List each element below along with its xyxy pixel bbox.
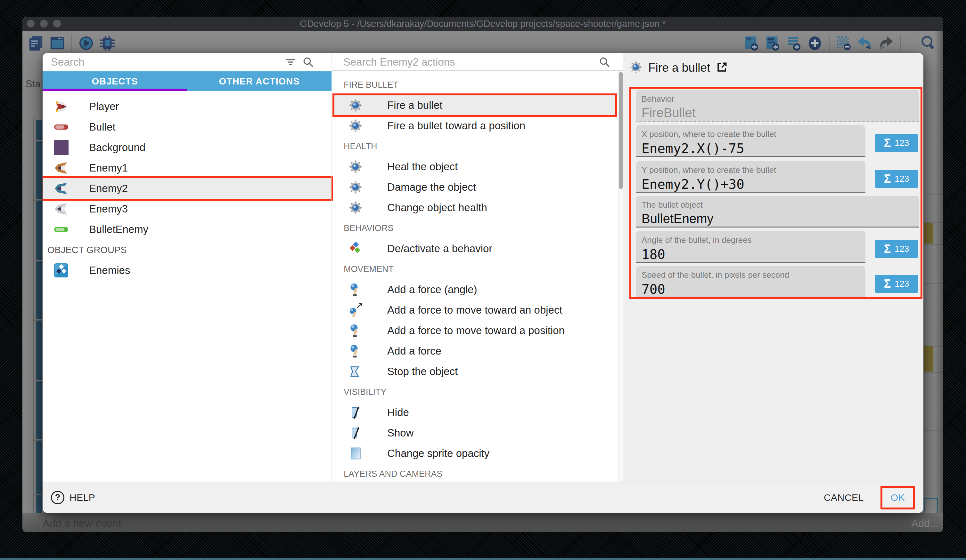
cancel-button[interactable]: CANCEL [824,492,864,503]
bullet-icon [54,120,69,135]
ok-button[interactable]: OK [891,492,905,503]
expression-editor-button[interactable]: Σ 123 [875,170,918,188]
action-item-fire-toward-position[interactable]: Fire a bullet toward a position [334,116,615,136]
object-item-enemy3[interactable]: Enemy3 [43,199,331,219]
sigma-icon: Σ [884,277,891,291]
action-item-force-toward-object[interactable]: Add a force to move toward an object [334,300,615,320]
bullet-object-value[interactable]: BulletEnemy [642,211,916,226]
action-item-stop-object[interactable]: Stop the object [334,361,615,382]
action-title: Fire a bullet [648,61,710,75]
expression-editor-button[interactable]: Σ 123 [875,275,918,293]
action-item-add-force-angle[interactable]: Add a force (angle) [334,279,615,300]
object-item-bulletenemy[interactable]: BulletEnemy [43,219,331,240]
action-item-force-toward-position[interactable]: Add a force to move toward a position [334,320,615,341]
expression-editor-button[interactable]: Σ 123 [875,134,918,152]
hide-icon [348,405,363,420]
event-row [36,382,42,439]
event-row [36,321,42,380]
window-edge-shade [935,31,943,532]
undo-icon [857,35,873,51]
tab-other-actions[interactable]: OTHER ACTIONS [187,71,332,91]
action-item-add-force[interactable]: Add a force [334,341,615,361]
search-events-button[interactable] [919,34,937,52]
action-item-heal[interactable]: Heal the object [334,157,615,177]
event-row [36,141,42,199]
debug-button[interactable] [99,34,116,52]
speed-value[interactable]: 700 [642,282,862,297]
scene-editor-button[interactable] [48,34,66,52]
action-search-input[interactable] [332,53,623,71]
object-item-bullet[interactable]: Bullet [43,117,331,137]
object-item-background[interactable]: Background [43,137,331,158]
enemy2-ship-icon [54,181,69,196]
add-subevent-button[interactable] [785,34,803,52]
enemy3-ship-icon [54,201,69,217]
action-item-fire-a-bullet-selected[interactable]: Fire a bullet [334,95,615,116]
action-parameters-panel: Fire a bullet Behavior FireBullet X posi… [623,53,923,481]
tab-objects[interactable]: OBJECTS [43,71,187,91]
section-health: HEALTH [334,136,615,157]
background-square-icon [54,140,69,155]
section-layers-cameras: LAYERS AND CAMERAS [334,464,615,481]
delete-selection-button[interactable] [835,34,853,52]
field-y-position: Y position, where to create the bullet E… [636,161,919,193]
gear-icon [348,200,363,215]
add-subevent-icon [786,35,802,51]
scrollbar-track[interactable] [618,71,623,481]
action-header: Fire a bullet [629,61,728,75]
add-comment-icon [764,35,780,51]
project-manager-button[interactable] [27,34,45,52]
action-item-change-health[interactable]: Change object health [334,197,615,218]
open-in-new-icon[interactable] [716,61,728,75]
gear-icon [348,98,363,113]
play-preview-button[interactable] [77,34,95,52]
action-item-hide[interactable]: Hide [334,402,615,423]
filter-icon[interactable] [285,56,296,68]
add-new-event-link[interactable]: Add a new event [43,517,122,530]
sigma-icon: Σ [884,172,891,186]
section-fire-bullet: FIRE BULLET [334,75,615,95]
app-window: GDevelop 5 - /Users/dkarakay/Documents/G… [22,16,943,532]
action-editor-dialog: OBJECTS OTHER ACTIONS Player Bullet Back… [43,53,923,513]
play-icon [78,35,94,51]
event-row [36,440,42,494]
redo-button[interactable] [877,34,895,52]
behavior-value: FireBullet [642,106,916,120]
object-groups-header: OBJECT GROUPS [43,240,331,260]
event-tree-line [33,118,34,532]
angle-value[interactable]: 180 [642,247,862,262]
y-position-value[interactable]: Enemy2.Y()+30 [642,177,862,192]
search-icon [599,56,610,68]
x-position-value[interactable]: Enemy2.X()-75 [642,141,862,156]
toolbar-separator [829,35,830,52]
search-icon [302,56,314,68]
delete-selection-icon [836,35,852,51]
action-item-damage[interactable]: Damage the object [334,177,615,197]
choose-event-button[interactable] [806,34,824,52]
field-behavior: Behavior FireBullet [636,90,919,121]
window-title: GDevelop 5 - /Users/dkarakay/Documents/G… [22,16,943,31]
redo-icon [878,35,894,51]
object-item-player[interactable]: Player [43,96,331,117]
background-tab-label: Sta [26,79,41,90]
expression-editor-button[interactable]: Σ 123 [875,240,918,258]
force-icon [348,323,363,338]
group-item-enemies[interactable]: Enemies [43,260,331,281]
titlebar: GDevelop 5 - /Users/dkarakay/Documents/G… [22,16,943,31]
action-item-deactivate-behavior[interactable]: De/activate a behavior [334,238,615,259]
action-item-show[interactable]: Show [334,423,615,443]
object-search [43,53,332,71]
add-comment-button[interactable] [764,34,782,52]
undo-button[interactable] [856,34,874,52]
event-action-block [924,346,933,372]
field-bullet-object: The bullet object BulletEnemy [636,196,919,228]
behavior-diamonds-icon [348,241,363,256]
help-button[interactable]: ? HELP [51,491,95,504]
object-item-enemy2-selected[interactable]: Enemy2 [43,178,331,199]
object-item-enemy1[interactable]: Enemy1 [43,158,331,178]
add-event-button[interactable] [743,34,761,52]
scrollbar-thumb[interactable] [619,72,623,189]
add-more-link[interactable]: Add... [911,517,939,530]
action-item-change-opacity[interactable]: Change sprite opacity [334,443,615,464]
event-row [36,120,42,140]
